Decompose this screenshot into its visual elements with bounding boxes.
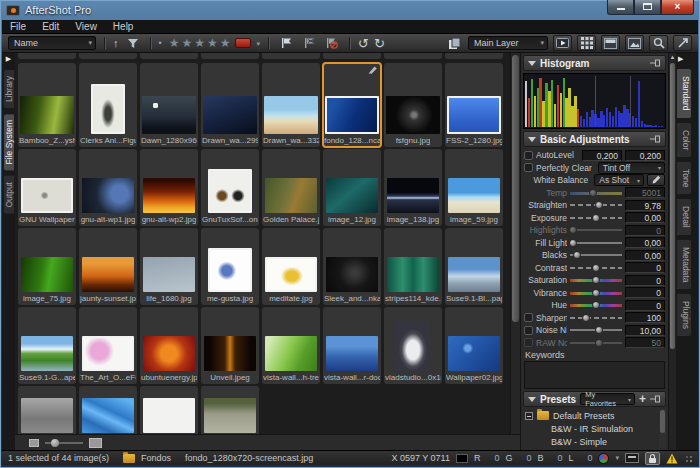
menu-view[interactable]: View [75, 21, 97, 32]
fullscreen-icon[interactable] [673, 35, 692, 51]
thumbnail-cell[interactable]: vista-wall...r-dock.jpg [323, 307, 381, 384]
add-preset-button[interactable]: + [639, 393, 646, 405]
thumbnail-cell[interactable]: Wallpaper02.jpg [445, 307, 503, 384]
sort-ascending-icon[interactable]: ↑ [113, 38, 119, 49]
slider-knob[interactable] [569, 239, 577, 247]
thumbnail-cell-partial[interactable] [79, 53, 137, 59]
slider-knob[interactable] [592, 276, 600, 284]
autolevel-high-value[interactable]: 0,200 [625, 150, 665, 161]
menu-help[interactable]: Help [113, 21, 134, 32]
tab-standard[interactable]: Standard [676, 68, 692, 119]
scroll-up-icon[interactable]: ▲ [669, 54, 676, 60]
collapse-right-panel-icon[interactable]: ▶ [676, 55, 683, 62]
tab-plugins[interactable]: Plugins [676, 293, 692, 337]
thumbnail-cell[interactable]: vladstudio...0x1024.jpg [384, 307, 442, 384]
collapse-left-panel-icon[interactable]: ▶ [6, 55, 11, 62]
thumbnail-cell[interactable]: life_1680.jpg [140, 228, 198, 305]
menu-file[interactable]: File [10, 21, 26, 32]
star-icon[interactable]: ★ [181, 37, 192, 49]
color-management-icon[interactable] [598, 453, 609, 464]
hue-slider[interactable] [570, 300, 622, 310]
thumbnail-cell[interactable]: me-gusta.jpg [201, 228, 259, 305]
thumbnail-cell[interactable]: Unveil.jpeg [201, 307, 259, 384]
thumbnail-cell[interactable]: stripes114_kde.jpg [384, 228, 442, 305]
slideshow-icon[interactable] [553, 35, 572, 51]
slider-knob[interactable] [592, 289, 600, 297]
maximize-button[interactable] [634, 0, 661, 15]
no-rating-dot-icon[interactable]: • [159, 38, 162, 48]
thumbnail-size-slider[interactable] [45, 442, 83, 444]
current-folder[interactable]: Fondos [141, 453, 171, 463]
thumbnail-cell[interactable]: image_75.jpg [18, 228, 76, 305]
sort-field-dropdown[interactable]: Name ▾ [8, 36, 96, 50]
raw-noise-slider[interactable] [570, 338, 622, 348]
thumbnail-cell[interactable]: The_Art_O...eFear.jpg [79, 307, 137, 384]
image-view-icon[interactable] [625, 35, 644, 51]
white-balance-eyedropper-button[interactable] [647, 174, 665, 186]
slider-knob[interactable] [592, 264, 600, 272]
flag-review-icon[interactable] [300, 36, 318, 51]
thumbnail-cell[interactable]: meditate.jpg [262, 228, 320, 305]
star-icon[interactable]: ★ [169, 37, 180, 49]
slider-knob[interactable] [595, 339, 603, 347]
tab-metadata[interactable]: Metadata [676, 239, 692, 290]
perfectly-clear-dropdown[interactable]: Tint Off ▾ [598, 162, 665, 174]
hue-value[interactable]: 0 [625, 300, 665, 311]
thumbnail-cell-partial[interactable] [384, 53, 442, 59]
histogram-header[interactable]: Histogram [523, 55, 666, 71]
highlights-slider[interactable] [570, 225, 622, 235]
resize-grip[interactable] [684, 454, 692, 462]
thumbnail-cell[interactable]: vista-wall...h-tree.jpg [262, 307, 320, 384]
thumbnail-cell[interactable]: gnu-alt-wp1.jpg [79, 149, 137, 226]
slider-knob[interactable] [573, 251, 581, 259]
blacks-value[interactable]: 0,00 [625, 250, 665, 261]
straighten-value[interactable]: 9,78 [625, 200, 665, 211]
thumbnail-cell[interactable]: Dawn_1280x960.jpg [140, 63, 198, 147]
thumbnail-cell[interactable]: Clerks Ani...Figure.jpg [79, 63, 137, 147]
copy-settings-icon[interactable] [445, 36, 463, 51]
thumbnail-cell[interactable]: FSS-2_1280.jpg [445, 63, 503, 147]
tab-file-system[interactable]: File System [3, 113, 15, 171]
slider-knob[interactable] [592, 214, 600, 222]
preset-item[interactable]: B&W - IR Simulation [525, 422, 666, 435]
thumbnail-cell[interactable]: image_59.jpg [445, 149, 503, 226]
thumbnail-cell[interactable]: Suse9.1-Bl...papers.jpg [445, 228, 503, 305]
preset-folder-row[interactable]: Default Presets [525, 409, 666, 422]
slider-knob[interactable] [569, 226, 577, 234]
layer-selector-dropdown[interactable]: Main Layer ▾ [468, 36, 548, 50]
fill-light-value[interactable]: 0,00 [625, 237, 665, 248]
sharpening-checkbox[interactable] [524, 313, 533, 322]
thumbnail-cell[interactable]: ubuntuenergy.jpg [140, 307, 198, 384]
lock-icon[interactable] [645, 452, 660, 465]
presets-header[interactable]: Presets My Favorites ▾ + [523, 391, 666, 407]
noise-ninja-slider[interactable] [570, 325, 622, 335]
saturation-slider[interactable] [570, 275, 622, 285]
highlights-value[interactable]: 0 [625, 225, 665, 236]
thumbnail-cell[interactable]: gnu-alt-wp2.jpg [140, 149, 198, 226]
thumbnail-cell[interactable]: jaunty-sunset.jpg [79, 228, 137, 305]
pin-icon[interactable] [650, 395, 661, 403]
thumbnail-cell[interactable]: fsfgnu.jpg [384, 63, 442, 147]
thumbnail-cell[interactable]: GNU Wallpaper 2.jpg [18, 149, 76, 226]
magnifier-icon[interactable] [649, 35, 668, 51]
noise-ninja-checkbox[interactable] [524, 326, 533, 335]
split-view-icon[interactable] [601, 35, 620, 51]
thumbnail-cell[interactable] [140, 386, 198, 434]
thumbnail-cell-partial[interactable] [323, 53, 381, 59]
thumbnail-cell-partial[interactable] [201, 53, 259, 59]
contrast-slider[interactable] [570, 263, 622, 273]
saturation-value[interactable]: 0 [625, 275, 665, 286]
pin-icon[interactable] [650, 59, 661, 67]
fill-light-slider[interactable] [570, 238, 622, 248]
flag-reject-icon[interactable] [323, 36, 341, 51]
slider-knob[interactable] [595, 326, 603, 334]
thumbnail-cell[interactable]: Drawn_wa...332_.jpg [262, 63, 320, 147]
thumbnail-cell[interactable]: Bamboo_Z...ysha.jpg [18, 63, 76, 147]
thumbnail-cell[interactable] [79, 386, 137, 434]
white-balance-dropdown[interactable]: As Shot ▾ [594, 174, 644, 186]
basic-adjustments-header[interactable]: Basic Adjustments [523, 131, 666, 147]
slider-knob[interactable] [595, 201, 603, 209]
panel-scrollbar[interactable]: ▲ [668, 53, 676, 450]
thumbnail-cell[interactable]: GnuTuxSof...on-v1.jpg [201, 149, 259, 226]
star-icon[interactable]: ★ [194, 37, 205, 49]
